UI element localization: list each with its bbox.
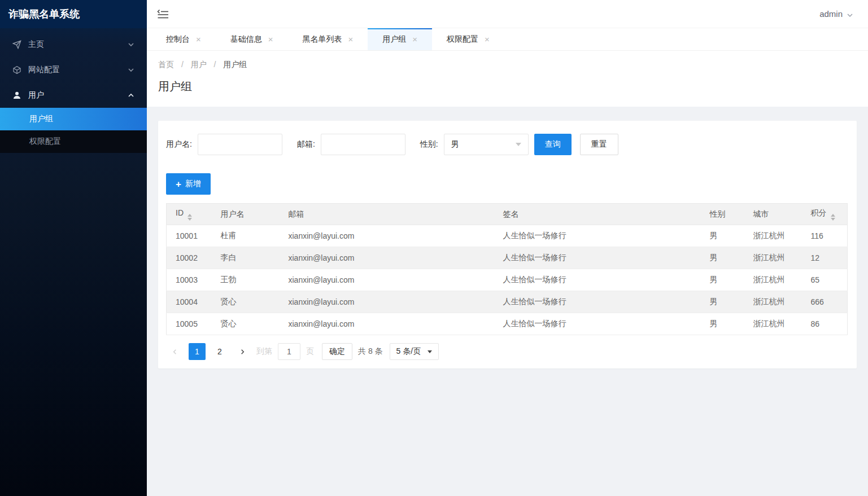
table-row[interactable]: 10003 王勃 xianxin@layui.com 人生恰似一场修行 男 浙江… bbox=[167, 269, 848, 291]
gender-select[interactable]: 男 bbox=[444, 134, 529, 155]
sidebar-item-site-config[interactable]: 网站配置 bbox=[0, 57, 147, 82]
cell-signature: 人生恰似一场修行 bbox=[494, 313, 701, 335]
cell-id: 10002 bbox=[167, 247, 212, 269]
tab-user-group[interactable]: 用户组 × bbox=[368, 28, 432, 50]
sidebar-item-label: 网站配置 bbox=[28, 65, 60, 75]
table-row[interactable]: 10004 贤心 xianxin@layui.com 人生恰似一场修行 男 浙江… bbox=[167, 291, 848, 313]
sidebar-nav: 主页 网站配置 用户 用户组 bbox=[0, 28, 147, 153]
cell-gender: 男 bbox=[701, 269, 744, 291]
per-page-value: 5 条/页 bbox=[396, 346, 421, 357]
plus-icon: + bbox=[176, 179, 181, 189]
confirm-button[interactable]: 确定 bbox=[322, 343, 352, 360]
tab-label: 用户组 bbox=[382, 34, 406, 45]
close-icon[interactable]: × bbox=[268, 35, 273, 43]
caret-down-icon bbox=[428, 350, 432, 353]
cell-email: xianxin@layui.com bbox=[280, 225, 494, 247]
column-header-city: 城市 bbox=[744, 204, 802, 225]
next-page-icon[interactable] bbox=[234, 343, 251, 360]
tab-basic-info[interactable]: 基础信息 × bbox=[216, 28, 288, 50]
sidebar-item-users[interactable]: 用户 bbox=[0, 82, 147, 108]
tab-label: 控制台 bbox=[166, 34, 190, 45]
close-icon[interactable]: × bbox=[485, 35, 490, 43]
page-title: 用户组 bbox=[158, 79, 868, 94]
cell-id: 10004 bbox=[167, 291, 212, 313]
column-header-email: 邮箱 bbox=[280, 204, 494, 225]
breadcrumb-separator: / bbox=[181, 60, 184, 69]
sidebar-submenu-users: 用户组 权限配置 bbox=[0, 108, 147, 153]
query-button[interactable]: 查询 bbox=[534, 134, 572, 155]
gender-selected-value: 男 bbox=[451, 139, 459, 150]
tab-blacklist[interactable]: 黑名单列表 × bbox=[288, 28, 368, 50]
sidebar-item-label: 用户 bbox=[28, 90, 44, 100]
user-icon bbox=[12, 91, 21, 100]
close-icon[interactable]: × bbox=[196, 35, 201, 43]
cell-email: xianxin@layui.com bbox=[280, 291, 494, 313]
add-button[interactable]: + 新增 bbox=[166, 173, 211, 195]
cell-score: 666 bbox=[802, 291, 848, 313]
chevron-up-icon bbox=[128, 92, 134, 99]
user-menu[interactable]: admin bbox=[819, 9, 853, 19]
reset-button[interactable]: 重置 bbox=[580, 134, 618, 155]
sidebar-item-permission-config[interactable]: 权限配置 bbox=[0, 130, 147, 153]
column-header-score[interactable]: 积分 bbox=[802, 204, 848, 225]
tab-label: 黑名单列表 bbox=[303, 34, 342, 45]
sidebar-subitem-label: 用户组 bbox=[29, 114, 53, 124]
column-header-id[interactable]: ID bbox=[167, 204, 212, 225]
tab-label: 权限配置 bbox=[447, 34, 478, 45]
tab-permission-config[interactable]: 权限配置 × bbox=[432, 28, 504, 50]
collapse-sidebar-icon[interactable] bbox=[157, 9, 169, 19]
cell-username: 王勃 bbox=[212, 269, 280, 291]
goto-page-input[interactable] bbox=[278, 343, 300, 360]
tab-label: 基础信息 bbox=[230, 34, 262, 45]
goto-label: 到第 bbox=[256, 346, 272, 357]
per-page-select[interactable]: 5 条/页 bbox=[390, 343, 439, 360]
sort-icon[interactable] bbox=[831, 214, 835, 221]
page-button-2[interactable]: 2 bbox=[211, 343, 228, 360]
search-form: 用户名: 邮箱: 性别: 男 查询 重置 bbox=[166, 129, 849, 165]
send-icon bbox=[12, 40, 21, 49]
sidebar-subitem-label: 权限配置 bbox=[29, 137, 61, 147]
table-header-row: ID 用户名 邮箱 签名 性别 城市 积分 bbox=[167, 204, 848, 225]
sidebar-item-user-group[interactable]: 用户组 bbox=[0, 108, 147, 130]
username-input[interactable] bbox=[198, 134, 282, 155]
page-button-1[interactable]: 1 bbox=[189, 343, 206, 360]
cell-gender: 男 bbox=[701, 313, 744, 335]
user-table: ID 用户名 邮箱 签名 性别 城市 积分 10001 杜甫 xianxin@l… bbox=[166, 203, 848, 335]
cell-username: 杜甫 bbox=[212, 225, 280, 247]
column-header-gender: 性别 bbox=[701, 204, 744, 225]
email-input[interactable] bbox=[321, 134, 405, 155]
cell-score: 86 bbox=[802, 313, 848, 335]
cell-score: 65 bbox=[802, 269, 848, 291]
content-card: 用户名: 邮箱: 性别: 男 查询 重置 + 新增 bbox=[158, 121, 857, 368]
breadcrumb-users[interactable]: 用户 bbox=[191, 60, 207, 69]
chevron-down-icon bbox=[847, 11, 853, 17]
main-content: 用户名: 邮箱: 性别: 男 查询 重置 + 新增 bbox=[147, 107, 868, 383]
cell-username: 贤心 bbox=[212, 291, 280, 313]
column-header-signature: 签名 bbox=[494, 204, 701, 225]
cell-score: 12 bbox=[802, 247, 848, 269]
close-icon[interactable]: × bbox=[412, 35, 417, 43]
tab-bar: 控制台 × 基础信息 × 黑名单列表 × 用户组 × 权限配置 × bbox=[147, 28, 868, 51]
sidebar-item-home[interactable]: 主页 bbox=[0, 32, 147, 57]
prev-page-icon[interactable] bbox=[166, 343, 183, 360]
tab-console[interactable]: 控制台 × bbox=[151, 28, 216, 50]
close-icon[interactable]: × bbox=[348, 35, 354, 43]
cell-email: xianxin@layui.com bbox=[280, 247, 494, 269]
table-row[interactable]: 10002 李白 xianxin@layui.com 人生恰似一场修行 男 浙江… bbox=[167, 247, 848, 269]
cell-city: 浙江杭州 bbox=[744, 269, 802, 291]
username: admin bbox=[819, 9, 843, 19]
cell-gender: 男 bbox=[701, 291, 744, 313]
page-head: 首页 / 用户 / 用户组 用户组 bbox=[147, 51, 868, 107]
table-row[interactable]: 10001 杜甫 xianxin@layui.com 人生恰似一场修行 男 浙江… bbox=[167, 225, 848, 247]
topbar: admin bbox=[147, 0, 868, 28]
chevron-down-icon bbox=[128, 41, 134, 48]
cell-signature: 人生恰似一场修行 bbox=[494, 291, 701, 313]
chevron-down-icon bbox=[128, 67, 134, 73]
cell-id: 10005 bbox=[167, 313, 212, 335]
table-row[interactable]: 10005 贤心 xianxin@layui.com 人生恰似一场修行 男 浙江… bbox=[167, 313, 848, 335]
app-title: 诈骗黑名单系统 bbox=[0, 0, 147, 28]
cell-city: 浙江杭州 bbox=[744, 313, 802, 335]
breadcrumb-home[interactable]: 首页 bbox=[158, 60, 174, 69]
sort-icon[interactable] bbox=[187, 214, 192, 221]
add-button-label: 新增 bbox=[185, 179, 201, 189]
